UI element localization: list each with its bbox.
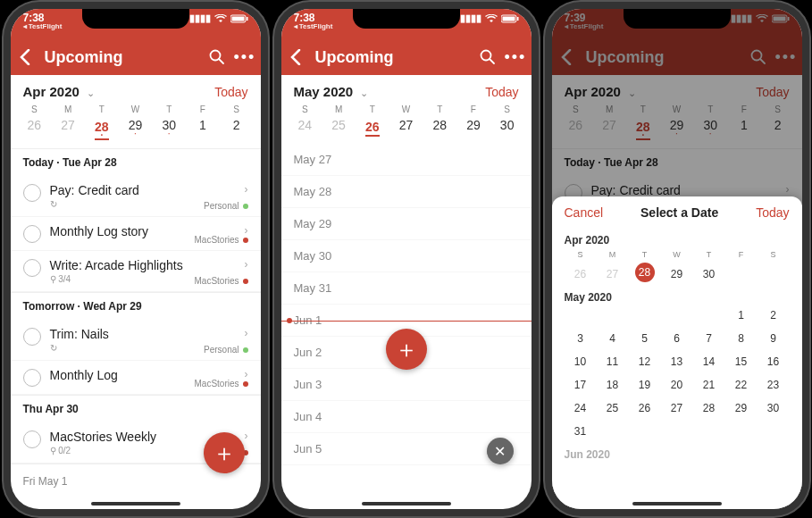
day-cell[interactable]: 1 — [186, 118, 220, 141]
calendar-day[interactable]: 27 — [661, 397, 693, 420]
calendar-day[interactable]: 1 — [725, 304, 758, 327]
today-link[interactable]: Today — [756, 85, 789, 99]
task-row[interactable]: Write: Arcade Highlights ⚲ 3/4 › MacStor… — [11, 251, 261, 292]
calendar-day[interactable]: 25 — [597, 397, 629, 420]
add-task-button[interactable]: ＋ — [386, 329, 427, 370]
calendar-day[interactable]: 24 — [565, 397, 597, 420]
calendar-day[interactable]: 9 — [758, 327, 790, 350]
calendar-day[interactable]: 6 — [661, 327, 693, 350]
calendar-day[interactable]: 26 — [629, 397, 661, 420]
task-row[interactable]: Monthly Log › MacStories — [11, 361, 261, 395]
back-icon[interactable] — [290, 49, 308, 65]
calendar-day[interactable]: 8 — [725, 327, 758, 350]
day-row[interactable]: May 29 — [281, 208, 532, 240]
calendar-day[interactable]: 26 — [565, 263, 597, 286]
calendar-day[interactable]: 23 — [758, 373, 790, 397]
day-row[interactable]: Jun 3 — [281, 369, 532, 401]
day-cell[interactable]: 28 — [626, 118, 660, 141]
calendar-day[interactable]: 14 — [693, 350, 725, 373]
day-cell[interactable]: 27 — [592, 118, 626, 141]
day-cell[interactable]: 26 — [18, 118, 52, 141]
calendar-day[interactable]: 18 — [597, 373, 629, 397]
task-checkbox[interactable] — [23, 184, 41, 202]
task-checkbox[interactable] — [23, 328, 41, 346]
task-checkbox[interactable] — [23, 430, 41, 448]
today-link[interactable]: Today — [214, 85, 247, 99]
calendar-day[interactable]: 5 — [629, 327, 661, 350]
breadcrumb[interactable]: ◂ TestFlight — [565, 23, 604, 30]
day-row[interactable]: May 28 — [281, 176, 532, 208]
task-checkbox[interactable] — [23, 259, 41, 277]
calendar-day[interactable]: 16 — [758, 350, 790, 373]
day-cell[interactable]: 30 — [152, 118, 186, 141]
breadcrumb[interactable]: ◂ TestFlight — [294, 23, 333, 30]
calendar-day[interactable]: 4 — [597, 327, 629, 350]
calendar-day[interactable]: 10 — [565, 350, 597, 373]
more-icon[interactable]: ••• — [234, 48, 252, 67]
search-icon[interactable] — [750, 49, 768, 65]
month-picker[interactable]: Apr 2020 ⌄ — [23, 84, 96, 99]
calendar-day[interactable]: 30 — [758, 397, 790, 420]
day-cell[interactable]: 29 — [119, 118, 153, 141]
search-icon[interactable] — [209, 49, 227, 65]
calendar-day[interactable]: 3 — [565, 327, 597, 350]
calendar-day[interactable]: 11 — [597, 350, 629, 373]
day-cell[interactable]: 27 — [389, 118, 423, 137]
calendar-day[interactable]: 28 — [635, 263, 655, 282]
calendar-day[interactable]: 7 — [693, 327, 725, 350]
calendar-day[interactable]: 20 — [661, 373, 693, 397]
day-cell[interactable]: 26 — [559, 118, 593, 141]
day-cell[interactable]: 26 — [356, 118, 389, 137]
day-row[interactable]: May 31 — [281, 272, 532, 305]
today-link[interactable]: Today — [485, 85, 518, 99]
day-cell[interactable]: 27 — [51, 118, 85, 141]
calendar-day[interactable]: 31 — [565, 420, 597, 443]
calendar-day[interactable]: 17 — [565, 373, 597, 397]
day-row[interactable]: Jun 4 — [281, 401, 532, 433]
day-cell[interactable]: 29 — [456, 118, 490, 137]
day-cell[interactable]: 1 — [727, 118, 761, 141]
day-cell[interactable]: 2 — [220, 118, 254, 141]
calendar-day[interactable]: 27 — [597, 263, 629, 286]
home-indicator[interactable] — [362, 502, 451, 505]
home-indicator[interactable] — [91, 502, 180, 505]
task-checkbox[interactable] — [23, 369, 41, 387]
calendar-day[interactable]: 22 — [725, 373, 758, 397]
day-cell[interactable]: 30 — [693, 118, 727, 141]
close-button[interactable]: ✕ — [487, 438, 514, 464]
day-row[interactable]: May 27 — [281, 144, 532, 176]
task-row[interactable]: Monthly Log story › MacStories — [11, 217, 261, 251]
day-cell[interactable]: 24 — [289, 118, 322, 137]
day-cell[interactable]: 28 — [423, 118, 456, 137]
day-cell[interactable]: 28 — [85, 118, 119, 141]
calendar-day[interactable]: 13 — [661, 350, 693, 373]
calendar-day[interactable]: 15 — [725, 350, 758, 373]
more-icon[interactable]: ••• — [505, 48, 523, 67]
calendar-day[interactable]: 29 — [661, 263, 693, 286]
month-picker[interactable]: Apr 2020 ⌄ — [565, 84, 637, 99]
day-row[interactable]: May 30 — [281, 240, 532, 272]
search-icon[interactable] — [480, 49, 498, 65]
back-icon[interactable] — [20, 49, 38, 65]
cancel-button[interactable]: Cancel — [565, 205, 604, 220]
day-cell[interactable]: 30 — [490, 118, 524, 137]
calendar-day[interactable]: 2 — [758, 304, 790, 327]
today-button[interactable]: Today — [756, 205, 789, 220]
task-row[interactable]: Pay: Credit card ↻ › Personal — [11, 176, 261, 217]
breadcrumb[interactable]: ◂ TestFlight — [23, 23, 63, 30]
calendar-day[interactable]: 29 — [725, 397, 758, 420]
calendar-day[interactable]: 28 — [693, 397, 725, 420]
day-cell[interactable]: 2 — [761, 118, 795, 141]
calendar-day[interactable]: 12 — [629, 350, 661, 373]
calendar-day[interactable]: 21 — [693, 373, 725, 397]
calendar-day[interactable]: 19 — [629, 373, 661, 397]
back-icon[interactable] — [561, 49, 579, 65]
month-picker[interactable]: May 2020 ⌄ — [294, 84, 369, 99]
add-task-button[interactable]: ＋ — [204, 432, 245, 473]
more-icon[interactable]: ••• — [775, 48, 793, 67]
task-checkbox[interactable] — [23, 225, 41, 243]
calendar-day[interactable]: 30 — [693, 263, 725, 286]
day-cell[interactable]: 29 — [660, 118, 694, 141]
home-indicator[interactable] — [632, 502, 722, 505]
day-cell[interactable]: 25 — [322, 118, 356, 137]
